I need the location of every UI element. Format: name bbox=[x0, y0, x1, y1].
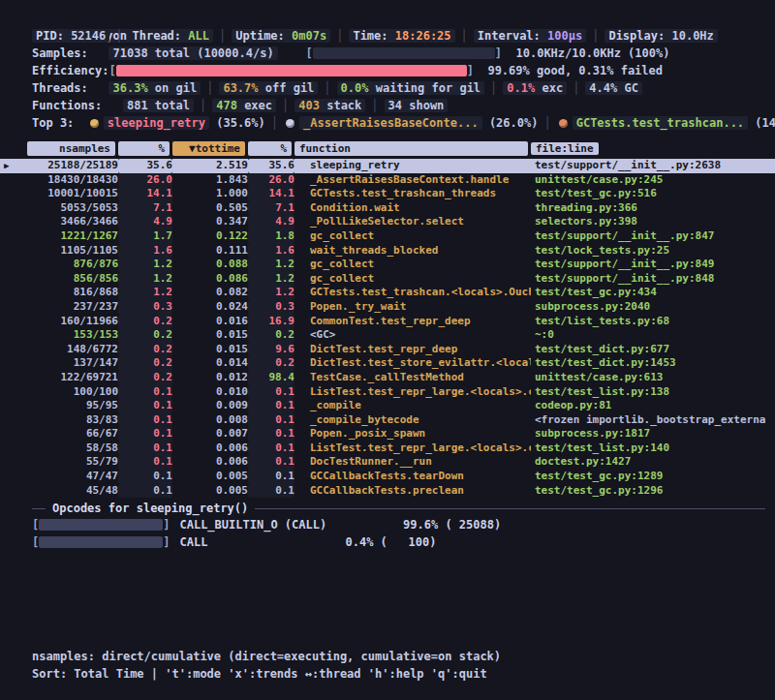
cell-pct-direct: 0.2 bbox=[118, 315, 172, 329]
samples-label: Samples: bbox=[32, 46, 88, 60]
header-file-line[interactable]: file:line bbox=[531, 141, 775, 156]
cell-tottime: 0.014 bbox=[172, 356, 248, 371]
cell-tottime: 0.009 bbox=[172, 399, 248, 413]
waiting-gil-text: waiting for gil bbox=[368, 81, 480, 95]
table-row[interactable]: 100/1000.10.0100.1ListTest.test_repr_lar… bbox=[0, 385, 775, 400]
cell-function: _AssertRaisesBaseContext.handle bbox=[294, 173, 531, 188]
cell-nsamples: 137/147 bbox=[27, 356, 118, 371]
cell-pct-cumulative: 0.1 bbox=[248, 470, 294, 484]
opcode-stats: 99.6% ( 25088) bbox=[326, 516, 501, 533]
thread-label: Thread: bbox=[133, 29, 182, 43]
table-row[interactable]: 55/790.10.0060.1DocTestRunner.__rundocte… bbox=[0, 455, 775, 470]
cell-pct-cumulative: 0.1 bbox=[248, 484, 294, 499]
table-row[interactable]: 816/8681.20.0821.2GCTests.test_trashcan.… bbox=[0, 286, 775, 300]
table-row[interactable]: 58/580.10.0060.1ListTest.test_repr_large… bbox=[0, 441, 775, 456]
cell-file-line: test/test_dict.py:677 bbox=[531, 343, 775, 357]
cell-nsamples: 55/79 bbox=[27, 455, 118, 470]
header-tottime-sorted[interactable]: ▼tottime bbox=[172, 141, 245, 156]
table-row[interactable]: 47/470.10.0050.1GCCallbackTests.tearDown… bbox=[0, 470, 775, 484]
top3-entry-1[interactable]: sleeping_retry bbox=[104, 116, 209, 130]
functions-label: Functions: bbox=[32, 99, 102, 112]
divider: │ bbox=[265, 116, 284, 130]
cell-nsamples: 10001/10015 bbox=[27, 187, 118, 201]
top3-row: Top 3: sleeping_retry (35.6%)│_AssertRai… bbox=[32, 114, 769, 132]
cell-pct-cumulative: 0.1 bbox=[248, 385, 294, 400]
title-bar: Tachyon Profiler bbox=[32, 10, 769, 27]
cell-function: DictTest.test_repr_deep bbox=[294, 343, 531, 357]
cell-pct-cumulative: 0.1 bbox=[248, 441, 294, 456]
divider: │ bbox=[567, 81, 585, 95]
cell-file-line: <frozen importlib._bootstrap_externa bbox=[531, 413, 775, 428]
functions-row: Functions: 881 total│478 exec│403 stack│… bbox=[32, 97, 769, 114]
efficiency-bar bbox=[116, 65, 467, 76]
table-row[interactable]: 45/480.10.0050.1GCCallbackTests.preclean… bbox=[0, 484, 775, 499]
uptime-value: 0m07s bbox=[292, 29, 326, 43]
top3-entry-2[interactable]: _AssertRaisesBaseConte... bbox=[299, 116, 482, 130]
cell-pct-direct: 0.1 bbox=[118, 413, 172, 428]
cell-nsamples: 5053/5053 bbox=[27, 201, 118, 216]
cell-pct-cumulative: 1.6 bbox=[248, 244, 294, 259]
cell-nsamples: 95/95 bbox=[27, 399, 118, 413]
top3-entry-3[interactable]: GCTests.test_trashcan... bbox=[573, 116, 748, 130]
table-row[interactable]: ▶25188/2518935.62.51935.6sleeping_retryt… bbox=[0, 159, 775, 173]
cell-function: Popen._posix_spawn bbox=[294, 427, 531, 441]
cell-pct-direct: 1.2 bbox=[118, 286, 172, 300]
table-row[interactable]: 153/1530.20.0150.2<GC>~:0 bbox=[0, 328, 775, 343]
gc-text: GC bbox=[617, 81, 638, 95]
cell-pct-cumulative: 0.1 bbox=[248, 399, 294, 413]
cell-tottime: 0.088 bbox=[172, 258, 248, 272]
table-row[interactable]: 160/119660.20.01616.9CommonTest.test_rep… bbox=[0, 315, 775, 329]
cell-pct-cumulative: 0.1 bbox=[248, 413, 294, 428]
cell-function: ListTest.test_repr_large.<locals>.c... bbox=[294, 441, 531, 456]
bronze-medal-icon bbox=[559, 119, 568, 128]
table-row[interactable]: 1221/12671.70.1221.8gc_collecttest/suppo… bbox=[0, 229, 775, 244]
header-nsamples[interactable]: nsamples bbox=[27, 141, 115, 156]
exc-text: exc bbox=[535, 81, 563, 95]
table-row[interactable]: 66/670.10.0070.1Popen._posix_spawnsubpro… bbox=[0, 427, 775, 441]
cell-file-line: test/test_list.py:140 bbox=[531, 441, 775, 456]
thread-value[interactable]: ALL bbox=[188, 29, 209, 43]
table-row[interactable]: 148/67720.20.0159.6DictTest.test_repr_de… bbox=[0, 343, 775, 357]
cell-nsamples: 1105/1105 bbox=[27, 244, 118, 259]
table-row[interactable]: 10001/1001514.11.00014.1GCTests.test_tra… bbox=[0, 187, 775, 201]
cell-tottime: 0.016 bbox=[172, 315, 248, 329]
cell-file-line: unittest/case.py:613 bbox=[531, 371, 775, 385]
divider: │ bbox=[318, 81, 336, 95]
table-row[interactable]: 83/830.10.0080.1_compile_bytecode<frozen… bbox=[0, 413, 775, 428]
table-row[interactable]: 876/8761.20.0881.2gc_collecttest/support… bbox=[0, 258, 775, 272]
samples-rate: 10.0KHz/10.0KHz (100%) bbox=[515, 46, 669, 60]
header-function[interactable]: function bbox=[294, 141, 528, 156]
table-row[interactable]: 18430/1843026.01.84326.0_AssertRaisesBas… bbox=[0, 173, 775, 188]
table-row[interactable]: 5053/50537.10.5057.1Condition.waitthread… bbox=[0, 201, 775, 216]
table-row[interactable]: 3466/34664.90.3474.9_PollLikeSelector.se… bbox=[0, 215, 775, 229]
cell-nsamples: 153/153 bbox=[27, 328, 118, 343]
cell-pct-cumulative: 35.6 bbox=[248, 159, 294, 173]
cell-function: wait_threads_blocked bbox=[294, 244, 531, 259]
cell-pct-direct: 1.2 bbox=[118, 272, 172, 287]
table-row[interactable]: 1105/11051.60.1111.6wait_threads_blocked… bbox=[0, 244, 775, 259]
cell-nsamples: 876/876 bbox=[27, 258, 118, 272]
table-row[interactable]: 856/8561.20.0861.2gc_collecttest/support… bbox=[0, 272, 775, 287]
table-row[interactable]: 137/1470.20.0140.2DictTest.test_store_ev… bbox=[0, 356, 775, 371]
cell-pct-direct: 0.1 bbox=[118, 427, 172, 441]
keybindings-line: Sort: Total Time | 't':mode 'x':trends ↔… bbox=[32, 665, 501, 683]
table-row[interactable]: 122/697210.20.01298.4TestCase._callTestM… bbox=[0, 371, 775, 385]
legend-line: nsamples: direct/cumulative (direct=exec… bbox=[32, 648, 501, 665]
cell-tottime: 0.082 bbox=[172, 286, 248, 300]
header-file-line-label: file:line bbox=[531, 142, 599, 155]
cell-function: sleeping_retry bbox=[294, 159, 531, 173]
table-row[interactable]: 237/2370.30.0240.3Popen._try_waitsubproc… bbox=[0, 300, 775, 315]
header-pct-direct[interactable]: % bbox=[118, 141, 170, 156]
cell-file-line: subprocess.py:2040 bbox=[531, 300, 775, 315]
cell-pct-direct: 7.1 bbox=[118, 201, 172, 216]
cell-file-line: test/support/__init__.py:849 bbox=[531, 258, 775, 272]
header-pct-cumulative[interactable]: % bbox=[248, 141, 292, 156]
cell-file-line: test/test_gc.py:434 bbox=[531, 286, 775, 300]
cell-tottime: 0.505 bbox=[172, 201, 248, 216]
cell-nsamples: 47/47 bbox=[27, 470, 118, 484]
cell-function: GCCallbackTests.preclean bbox=[294, 484, 531, 499]
cell-function: Condition.wait bbox=[294, 201, 531, 216]
cell-function: DictTest.test_store_evilattr.<local... bbox=[294, 356, 531, 371]
table-row[interactable]: 95/950.10.0090.1_compilecodeop.py:81 bbox=[0, 399, 775, 413]
top3-entry-3-pct: (14.1%) bbox=[755, 116, 775, 130]
